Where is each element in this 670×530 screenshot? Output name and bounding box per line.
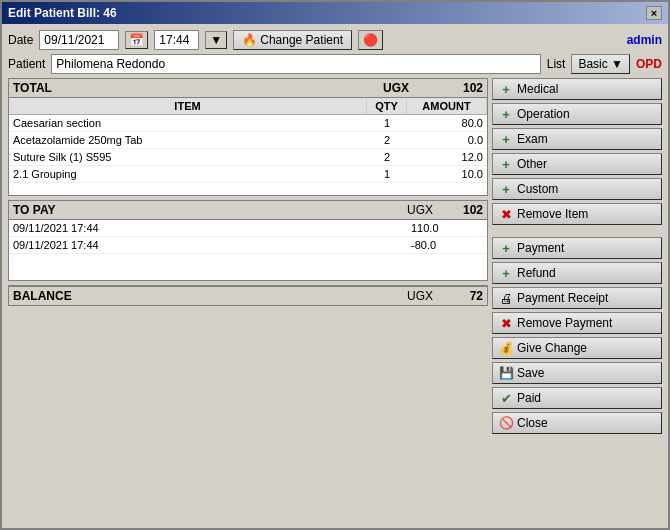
payment-amount: -80.0 bbox=[407, 237, 487, 253]
remove-item-icon: ✖ bbox=[499, 207, 513, 221]
payment-receipt-button[interactable]: 🖨Payment Receipt bbox=[492, 287, 662, 309]
date-label: Date bbox=[8, 33, 33, 47]
time-input[interactable] bbox=[154, 30, 199, 50]
save-button[interactable]: 💾Save bbox=[492, 362, 662, 384]
medical-button[interactable]: +Medical bbox=[492, 78, 662, 100]
payment-date: 09/11/2021 17:44 bbox=[9, 220, 407, 236]
items-table: TOTAL UGX 102 ITEM QTY AMOUNT Caesarian … bbox=[8, 78, 488, 196]
total-value: 102 bbox=[433, 81, 483, 95]
operation-button[interactable]: +Operation bbox=[492, 103, 662, 125]
item-name: Acetazolamide 250mg Tab bbox=[9, 132, 367, 148]
payment-date: 09/11/2021 17:44 bbox=[9, 237, 407, 253]
payment-button[interactable]: +Payment bbox=[492, 237, 662, 259]
save-label: Save bbox=[517, 366, 544, 380]
close-label: Close bbox=[517, 416, 548, 430]
table-row[interactable]: Suture Silk (1) S595212.0 bbox=[9, 149, 487, 166]
table-row[interactable]: Caesarian section180.0 bbox=[9, 115, 487, 132]
payment-receipt-icon: 🖨 bbox=[499, 291, 513, 305]
payment-icon: + bbox=[499, 241, 513, 255]
refund-label: Refund bbox=[517, 266, 556, 280]
main-window: Edit Patient Bill: 46 × Date 📅 ▼ 🔥 Chang… bbox=[0, 0, 670, 530]
patient-label: Patient bbox=[8, 57, 45, 71]
item-amount: 10.0 bbox=[407, 166, 487, 182]
paid-button[interactable]: ✔Paid bbox=[492, 387, 662, 409]
content-area: Date 📅 ▼ 🔥 Change Patient 🔴 admin Patien… bbox=[2, 24, 668, 528]
patient-name-input[interactable] bbox=[51, 54, 540, 74]
topay-header: TO PAY UGX 102 bbox=[9, 201, 487, 220]
save-icon: 💾 bbox=[499, 366, 513, 380]
exam-button[interactable]: +Exam bbox=[492, 128, 662, 150]
topay-currency: UGX bbox=[407, 203, 433, 217]
close-icon: 🚫 bbox=[499, 416, 513, 430]
refund-icon: + bbox=[499, 266, 513, 280]
remove-payment-icon: ✖ bbox=[499, 316, 513, 330]
balance-currency: UGX bbox=[407, 289, 433, 303]
give-change-button[interactable]: 💰Give Change bbox=[492, 337, 662, 359]
medical-icon: + bbox=[499, 82, 513, 96]
item-name: Caesarian section bbox=[9, 115, 367, 131]
other-label: Other bbox=[517, 157, 547, 171]
calendar-button[interactable]: 📅 bbox=[125, 31, 148, 49]
balance-section: BALANCE UGX 72 bbox=[8, 285, 488, 306]
custom-button[interactable]: +Custom bbox=[492, 178, 662, 200]
left-panel: TOTAL UGX 102 ITEM QTY AMOUNT Caesarian … bbox=[8, 78, 488, 522]
exam-label: Exam bbox=[517, 132, 548, 146]
remove-payment-label: Remove Payment bbox=[517, 316, 612, 330]
close-window-button[interactable]: × bbox=[646, 6, 662, 20]
basic-label: Basic bbox=[578, 57, 607, 71]
topay-section: TO PAY UGX 102 09/11/2021 17:44110.009/1… bbox=[8, 200, 488, 281]
item-amount: 12.0 bbox=[407, 149, 487, 165]
date-input[interactable] bbox=[39, 30, 119, 50]
exam-icon: + bbox=[499, 132, 513, 146]
table-row[interactable]: 2.1 Grouping110.0 bbox=[9, 166, 487, 183]
items-area: Caesarian section180.0Acetazolamide 250m… bbox=[9, 115, 487, 195]
list-label: List bbox=[547, 57, 566, 71]
change-patient-label: Change Patient bbox=[260, 33, 343, 47]
item-amount: 0.0 bbox=[407, 132, 487, 148]
other-button[interactable]: +Other bbox=[492, 153, 662, 175]
items-header: ITEM QTY AMOUNT bbox=[9, 98, 487, 115]
patient-bar: Patient List Basic ▼ OPD bbox=[8, 54, 662, 74]
title-bar: Edit Patient Bill: 46 × bbox=[2, 2, 668, 24]
medical-label: Medical bbox=[517, 82, 558, 96]
change-patient-button[interactable]: 🔥 Change Patient bbox=[233, 30, 352, 50]
col-amount-header: AMOUNT bbox=[407, 98, 487, 114]
basic-dropdown-button[interactable]: Basic ▼ bbox=[571, 54, 630, 74]
fire-button[interactable]: 🔴 bbox=[358, 30, 383, 50]
item-qty: 1 bbox=[367, 166, 407, 182]
custom-icon: + bbox=[499, 182, 513, 196]
right-panel: +Medical+Operation+Exam+Other+Custom✖Rem… bbox=[492, 78, 662, 522]
top-bar: Date 📅 ▼ 🔥 Change Patient 🔴 admin bbox=[8, 30, 662, 50]
paid-icon: ✔ bbox=[499, 391, 513, 405]
refund-button[interactable]: +Refund bbox=[492, 262, 662, 284]
custom-label: Custom bbox=[517, 182, 558, 196]
col-item-header: ITEM bbox=[9, 98, 367, 114]
table-row[interactable]: Acetazolamide 250mg Tab20.0 bbox=[9, 132, 487, 149]
item-qty: 1 bbox=[367, 115, 407, 131]
topay-label: TO PAY bbox=[13, 203, 407, 217]
time-dropdown-button[interactable]: ▼ bbox=[205, 31, 227, 49]
item-amount: 80.0 bbox=[407, 115, 487, 131]
remove-item-button[interactable]: ✖Remove Item bbox=[492, 203, 662, 225]
payment-rows: 09/11/2021 17:44110.009/11/2021 17:44-80… bbox=[9, 220, 487, 280]
admin-label: admin bbox=[627, 33, 662, 47]
payment-row[interactable]: 09/11/2021 17:44-80.0 bbox=[9, 237, 487, 254]
give-change-label: Give Change bbox=[517, 341, 587, 355]
total-currency: UGX bbox=[383, 81, 433, 95]
item-qty: 2 bbox=[367, 132, 407, 148]
balance-label: BALANCE bbox=[13, 289, 407, 303]
operation-icon: + bbox=[499, 107, 513, 121]
item-qty: 2 bbox=[367, 149, 407, 165]
balance-row: BALANCE UGX 72 bbox=[9, 286, 487, 305]
payment-receipt-label: Payment Receipt bbox=[517, 291, 608, 305]
close-button[interactable]: 🚫Close bbox=[492, 412, 662, 434]
change-patient-icon: 🔥 bbox=[242, 33, 257, 47]
item-name: 2.1 Grouping bbox=[9, 166, 367, 182]
payment-amount: 110.0 bbox=[407, 220, 487, 236]
balance-value: 72 bbox=[433, 289, 483, 303]
remove-payment-button[interactable]: ✖Remove Payment bbox=[492, 312, 662, 334]
payment-label: Payment bbox=[517, 241, 564, 255]
topay-value: 102 bbox=[433, 203, 483, 217]
col-qty-header: QTY bbox=[367, 98, 407, 114]
payment-row[interactable]: 09/11/2021 17:44110.0 bbox=[9, 220, 487, 237]
